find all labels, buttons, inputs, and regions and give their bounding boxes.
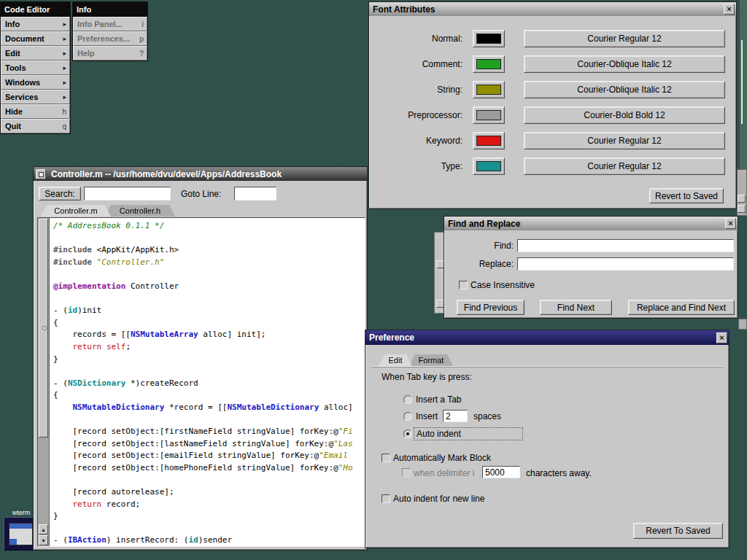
- case-insensitive-checkbox[interactable]: [459, 281, 468, 289]
- font-select-button[interactable]: Courier-Oblique Italic 12: [524, 81, 725, 98]
- close-icon[interactable]: ×: [716, 332, 727, 343]
- goto-line-input[interactable]: [234, 187, 276, 201]
- menu-item-label: Quit: [5, 122, 21, 131]
- font-attr-label: Comment:: [375, 59, 462, 69]
- menu-item-info-panel[interactable]: Info Panel...i: [73, 17, 147, 31]
- window-title: Find and Replace: [448, 219, 520, 229]
- menu-item-label: Document: [5, 34, 44, 43]
- code-line: @implementation Controller: [53, 281, 365, 293]
- info-submenu: Info Info Panel...iPreferences...pHelp?: [72, 1, 148, 61]
- menu-item-label: Hide: [5, 107, 23, 116]
- submenu-arrow-icon: ▸: [63, 93, 66, 101]
- font-select-button[interactable]: Courier Regular 12: [524, 132, 725, 149]
- scrollbar-window-fragment-right[interactable]: [737, 169, 747, 216]
- color-swatch-button[interactable]: [473, 132, 505, 149]
- delimiter-suffix-label: characters away.: [526, 468, 592, 478]
- code-line: [record setObject:[firstNameField string…: [53, 426, 365, 438]
- menu-item-document[interactable]: Document▸: [1, 31, 70, 46]
- code-line: #include "Controller.h": [53, 257, 365, 269]
- find-input[interactable]: [517, 239, 734, 252]
- tab-format[interactable]: Format: [409, 354, 453, 366]
- window-fragment-right[interactable]: [738, 319, 747, 330]
- submenu-arrow-icon: ▸: [63, 35, 66, 42]
- scroll-down-icon[interactable]: ▼: [39, 535, 48, 545]
- insert-tab-radio[interactable]: [403, 395, 412, 404]
- menu-item-tools[interactable]: Tools▸: [1, 61, 70, 75]
- replace-and-find-next-button[interactable]: Replace and Find Next: [628, 300, 735, 315]
- delimiter-checkbox[interactable]: [402, 468, 411, 477]
- find-next-button[interactable]: Find Next: [540, 300, 612, 315]
- close-icon[interactable]: ×: [724, 4, 735, 15]
- submenu-arrow-icon: ▸: [63, 64, 66, 71]
- key-equivalent: h: [62, 108, 66, 116]
- goto-line-label: Goto Line:: [181, 189, 221, 199]
- menu-item-label: Help: [77, 49, 95, 58]
- menu-item-edit[interactable]: Edit▸: [1, 46, 70, 61]
- insert-spaces-label: Insert: [416, 411, 438, 421]
- spaces-count-input[interactable]: [443, 410, 468, 422]
- code-line: {: [53, 389, 365, 402]
- delimiter-chars-input[interactable]: [482, 466, 520, 478]
- code-content[interactable]: /* AddressBook 0.1.1 */ #include <AppKit…: [53, 220, 365, 546]
- color-swatch-button[interactable]: [473, 106, 505, 124]
- font-attributes-window: Font Attributes × Normal:Courier Regular…: [368, 1, 737, 209]
- font-attributes-titlebar[interactable]: Font Attributes: [369, 2, 736, 16]
- mark-block-checkbox[interactable]: [382, 454, 390, 462]
- find-replace-titlebar[interactable]: Find and Replace: [444, 217, 738, 230]
- auto-indent-label: Auto indent: [414, 427, 523, 440]
- color-swatch-button[interactable]: [473, 55, 505, 73]
- key-equivalent: i: [142, 20, 144, 28]
- tab-edit[interactable]: Edit: [379, 354, 412, 366]
- fragment-button[interactable]: [738, 205, 746, 213]
- revert-to-saved-button[interactable]: Revert To Saved: [633, 523, 723, 539]
- font-select-button[interactable]: Courier Regular 12: [524, 30, 725, 47]
- font-attr-label: String:: [375, 85, 462, 95]
- auto-indent-newline-checkbox[interactable]: [382, 494, 390, 503]
- menu-item-hide[interactable]: Hideh: [1, 104, 70, 119]
- key-equivalent: ?: [139, 50, 144, 58]
- auto-indent-radio[interactable]: [403, 429, 412, 438]
- tab-controller-h[interactable]: Controller.h: [105, 205, 175, 217]
- submenu-arrow-icon: ▸: [63, 50, 66, 57]
- code-editor-area[interactable]: ▲ ▼ /* AddressBook 0.1.1 */ #include <Ap…: [37, 217, 365, 547]
- color-swatch-button[interactable]: [473, 158, 505, 175]
- code-line: {: [53, 317, 365, 330]
- tab-divider: [371, 366, 723, 367]
- main-menu-titlebar[interactable]: Code Editor: [1, 2, 70, 17]
- fragment-button[interactable]: [738, 195, 746, 203]
- replace-input[interactable]: [517, 257, 734, 271]
- color-swatch-button[interactable]: [473, 30, 505, 47]
- color-swatch-button[interactable]: [473, 81, 505, 98]
- font-select-button[interactable]: Courier Regular 12: [524, 158, 725, 175]
- window-title: Preference: [369, 332, 414, 343]
- info-submenu-titlebar[interactable]: Info: [73, 2, 147, 17]
- vertical-scrollbar[interactable]: ▲ ▼: [38, 218, 50, 546]
- menu-item-info[interactable]: Info▸: [1, 17, 70, 31]
- font-select-button[interactable]: Courier-Bold Bold 12: [524, 106, 725, 124]
- scroll-up-icon[interactable]: ▲: [39, 524, 48, 534]
- menu-item-quit[interactable]: Quitq: [1, 119, 70, 133]
- preference-titlebar[interactable]: Preference: [365, 330, 729, 345]
- find-previous-button[interactable]: Find Previous: [457, 300, 525, 315]
- revert-to-saved-button[interactable]: Revert to Saved: [649, 188, 724, 203]
- code-line: /* AddressBook 0.1.1 */: [53, 220, 365, 233]
- code-line: return self;: [53, 341, 365, 354]
- menu-item-help[interactable]: Help?: [73, 46, 147, 61]
- code-line: [53, 365, 365, 378]
- search-button[interactable]: Search:: [39, 187, 81, 201]
- close-icon[interactable]: ×: [725, 218, 736, 229]
- menu-item-windows[interactable]: Windows▸: [1, 75, 70, 90]
- menu-item-services[interactable]: Services▸: [1, 90, 70, 104]
- editor-titlebar[interactable]: Controller.m -- /usr/home/dvu/devel/Apps…: [34, 167, 367, 181]
- miniaturize-icon[interactable]: [36, 169, 46, 179]
- font-select-button[interactable]: Courier-Oblique Italic 12: [524, 55, 725, 73]
- search-input[interactable]: [84, 187, 171, 201]
- scrollbar-knob[interactable]: [39, 219, 48, 438]
- color-swatch: [476, 59, 501, 69]
- code-line: return record;: [53, 499, 365, 511]
- insert-spaces-radio[interactable]: [403, 412, 412, 421]
- code-line: records = [[NSMutableArray alloc] init];: [53, 329, 365, 341]
- tab-controller-m[interactable]: Controller.m: [41, 205, 111, 217]
- menu-item-preferences[interactable]: Preferences...p: [73, 31, 147, 46]
- terminal-footer-icon: [9, 539, 17, 545]
